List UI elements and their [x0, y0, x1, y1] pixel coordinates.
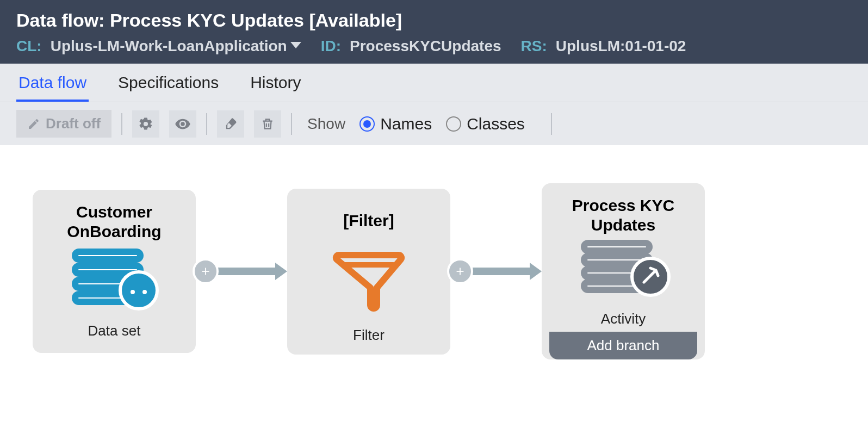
page-title: Data flow: Process KYC Updates [Availabl… [16, 10, 852, 31]
eye-icon [175, 116, 191, 132]
tab-data-flow[interactable]: Data flow [16, 64, 89, 102]
node-subtitle: Filter [353, 321, 385, 355]
activity-icon [574, 239, 672, 301]
radio-names-label: Names [380, 115, 432, 133]
settings-button[interactable] [132, 110, 159, 138]
tab-specifications[interactable]: Specifications [116, 64, 221, 102]
node-filter[interactable]: [Filter] Filter [287, 189, 450, 355]
add-shape-button[interactable] [447, 258, 473, 284]
show-label: Show [307, 115, 345, 133]
node-title: Customer OnBoarding [40, 202, 188, 242]
pen-icon [27, 117, 40, 131]
arrow-head-icon [530, 263, 542, 280]
class-selector[interactable]: Uplus-LM-Work-LoanApplication [51, 38, 301, 55]
arrow-line [215, 268, 275, 275]
plus-icon [454, 265, 466, 277]
draft-toggle-button: Draft off [16, 110, 111, 138]
node-subtitle: Data set [88, 317, 141, 350]
node-title: Process KYC Updates [549, 195, 697, 235]
trash-icon [261, 116, 275, 132]
cl-label: CL: [16, 38, 42, 55]
filter-icon [328, 244, 410, 317]
svg-rect-8 [584, 243, 649, 251]
node-subtitle: Activity [601, 305, 646, 332]
delete-button[interactable] [254, 110, 281, 138]
preview-button[interactable] [169, 110, 196, 138]
id-label: ID: [321, 38, 341, 55]
draft-label: Draft off [46, 115, 101, 132]
radio-classes-label: Classes [467, 115, 525, 133]
divider [121, 113, 122, 135]
radio-classes-option[interactable]: Classes [446, 115, 525, 133]
tab-history[interactable]: History [248, 64, 303, 102]
gear-icon [138, 116, 153, 132]
plus-icon [200, 265, 212, 277]
toolbar: Draft off Show Names Classes [0, 102, 868, 145]
svg-point-4 [120, 272, 157, 309]
node-activity[interactable]: Process KYC Updates Activity Add branch [542, 183, 705, 359]
svg-point-6 [142, 290, 147, 294]
radio-icon [359, 116, 375, 132]
divider [291, 113, 292, 135]
connector [196, 258, 287, 284]
arrow-head-icon [275, 263, 287, 280]
rs-value: UplusLM:01-01-02 [556, 38, 686, 55]
svg-point-5 [131, 290, 135, 294]
divider [206, 113, 207, 135]
add-shape-button[interactable] [193, 258, 219, 284]
add-branch-button[interactable]: Add branch [549, 332, 697, 359]
node-title: [Filter] [343, 201, 394, 241]
divider [551, 113, 552, 135]
tab-bar: Data flow Specifications History [0, 64, 868, 102]
node-data-set[interactable]: Customer OnBoarding Data set [33, 190, 196, 353]
flow-canvas[interactable]: Customer OnBoarding Data set [Fi [0, 145, 868, 398]
radio-icon [446, 116, 461, 132]
eraser-icon [223, 116, 238, 132]
rs-label: RS: [521, 38, 547, 55]
connector [450, 258, 542, 284]
radio-names-option[interactable]: Names [359, 115, 432, 133]
data-set-icon [65, 245, 163, 313]
erase-button[interactable] [217, 110, 244, 138]
chevron-down-icon [290, 42, 301, 48]
rule-header: Data flow: Process KYC Updates [Availabl… [0, 0, 868, 64]
id-value: ProcessKYCUpdates [350, 38, 501, 55]
svg-rect-0 [75, 252, 140, 259]
cl-value: Uplus-LM-Work-LoanApplication [51, 38, 287, 55]
arrow-line [470, 268, 530, 275]
rule-meta: CL: Uplus-LM-Work-LoanApplication ID: Pr… [16, 38, 852, 55]
